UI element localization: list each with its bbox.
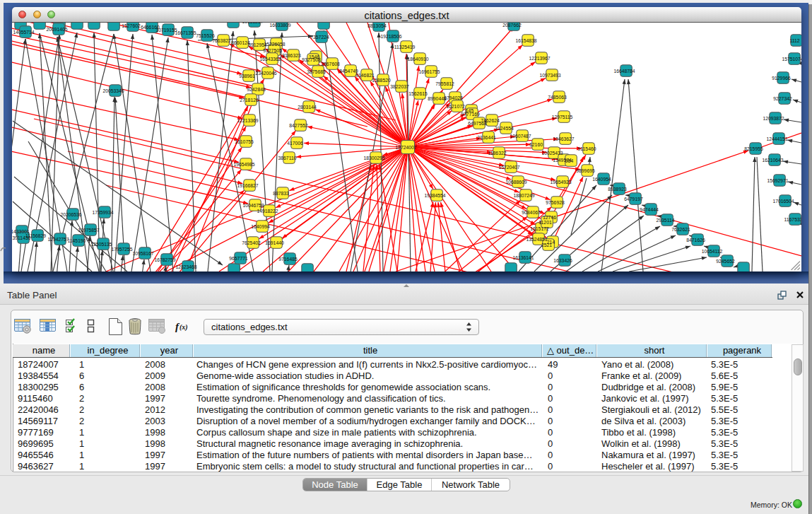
- svg-text:3822037: 3822037: [390, 84, 409, 89]
- svg-text:12975115: 12975115: [552, 115, 573, 119]
- svg-text:19218506: 19218506: [380, 34, 401, 39]
- svg-text:14055714: 14055714: [13, 30, 34, 35]
- svg-text:9242848: 9242848: [247, 87, 266, 92]
- svg-text:12213369: 12213369: [237, 118, 258, 123]
- svg-text:16136141: 16136141: [512, 255, 534, 260]
- svg-text:10719155: 10719155: [155, 28, 177, 33]
- svg-text:7515526: 7515526: [196, 33, 215, 38]
- svg-text:9657771: 9657771: [229, 256, 248, 261]
- svg-text:18724007: 18724007: [395, 145, 416, 150]
- svg-text:8813054: 8813054: [367, 23, 387, 28]
- svg-text:9327508: 9327508: [302, 57, 321, 62]
- svg-text:18807249: 18807249: [513, 193, 534, 198]
- svg-text:(x): (x): [180, 323, 188, 332]
- svg-text:15226058: 15226058: [264, 42, 285, 47]
- svg-text:7625402: 7625402: [242, 240, 261, 245]
- svg-text:1167533: 1167533: [784, 217, 801, 222]
- svg-text:8215955: 8215955: [744, 146, 763, 151]
- svg-text:17957255: 17957255: [111, 247, 132, 252]
- svg-text:13524851: 13524851: [526, 237, 547, 242]
- svg-text:8186323: 8186323: [282, 53, 301, 58]
- svg-text:16671355: 16671355: [175, 30, 196, 35]
- svg-text:2521: 2521: [541, 243, 552, 247]
- svg-text:16210643: 16210643: [762, 158, 783, 163]
- svg-text:1562615: 1562615: [408, 91, 428, 96]
- svg-text:62160: 62160: [529, 142, 543, 147]
- svg-text:10653267: 10653267: [242, 23, 263, 24]
- svg-text:12505135: 12505135: [90, 242, 112, 247]
- svg-text:17016504: 17016504: [772, 199, 794, 204]
- svg-text:20206536: 20206536: [60, 212, 81, 217]
- svg-text:1615172: 1615172: [530, 226, 549, 231]
- svg-text:1186322: 1186322: [488, 151, 507, 156]
- svg-text:2867608: 2867608: [321, 62, 340, 66]
- svg-text:16648784: 16648784: [613, 69, 635, 74]
- svg-text:16543362: 16543362: [259, 57, 281, 62]
- svg-text:2935114: 2935114: [657, 218, 675, 223]
- svg-text:10688609: 10688609: [505, 180, 526, 185]
- svg-text:6794028: 6794028: [444, 95, 463, 100]
- svg-text:12942757: 12942757: [47, 237, 69, 242]
- svg-text:417006: 417006: [287, 141, 303, 146]
- svg-text:1640994: 1640994: [251, 224, 270, 229]
- svg-text:9115460: 9115460: [578, 146, 596, 151]
- svg-text:17359934: 17359934: [92, 210, 113, 215]
- svg-text:9777169: 9777169: [461, 112, 480, 117]
- svg-text:9474444: 9474444: [640, 207, 659, 212]
- svg-text:10607487: 10607487: [510, 134, 531, 139]
- svg-text:15692971: 15692971: [767, 178, 788, 183]
- svg-text:19654985: 19654985: [233, 162, 254, 167]
- svg-text:10025433: 10025433: [541, 151, 563, 156]
- svg-text:9129966: 9129966: [772, 76, 791, 81]
- svg-text:19654923: 19654923: [550, 180, 571, 185]
- svg-text:10975857: 10975857: [78, 228, 99, 233]
- svg-text:7663822: 7663822: [212, 38, 231, 43]
- svg-text:8660124: 8660124: [231, 40, 250, 45]
- svg-text:19384554: 19384554: [424, 193, 445, 198]
- svg-text:11325419: 11325419: [394, 45, 416, 49]
- svg-text:7632621: 7632621: [671, 227, 690, 232]
- svg-text:20053346: 20053346: [102, 88, 124, 93]
- svg-text:16154838: 16154838: [515, 38, 536, 43]
- svg-text:7955812: 7955812: [435, 81, 454, 86]
- svg-text:9716485: 9716485: [278, 257, 298, 262]
- svg-text:10654112: 10654112: [702, 249, 723, 254]
- svg-text:2803144: 2803144: [298, 105, 317, 110]
- svg-text:8471626: 8471626: [686, 238, 705, 243]
- svg-text:887833: 887833: [273, 191, 289, 196]
- svg-text:7357224: 7357224: [310, 35, 329, 40]
- svg-text:10973493: 10973493: [539, 73, 560, 78]
- svg-text:9756928: 9756928: [546, 200, 565, 205]
- svg-text:3875685: 3875685: [307, 69, 326, 74]
- svg-text:1621072: 1621072: [446, 104, 465, 109]
- svg-text:1610755: 1610755: [235, 139, 254, 144]
- svg-text:2136441: 2136441: [477, 135, 496, 140]
- svg-text:8427552: 8427552: [289, 123, 308, 128]
- svg-text:19166827: 19166827: [237, 183, 258, 188]
- svg-text:8938923: 8938923: [608, 187, 627, 192]
- svg-text:9084067: 9084067: [522, 210, 541, 215]
- svg-text:7462624: 7462624: [481, 118, 500, 123]
- svg-text:16782759: 16782759: [154, 257, 175, 262]
- svg-text:12213967: 12213967: [529, 56, 550, 61]
- svg-text:18640910: 18640910: [407, 57, 428, 62]
- svg-text:9146821: 9146821: [355, 73, 375, 78]
- svg-text:1527602: 1527602: [122, 23, 141, 28]
- svg-text:1691440: 1691440: [265, 240, 284, 245]
- svg-text:9227342: 9227342: [773, 96, 792, 101]
- svg-text:3124554: 3124554: [495, 126, 514, 131]
- svg-text:12093872: 12093872: [763, 116, 784, 121]
- svg-text:16033809: 16033809: [269, 23, 290, 28]
- svg-text:9245652: 9245652: [716, 259, 735, 264]
- svg-text:10046758: 10046758: [242, 203, 264, 208]
- svg-text:2718126: 2718126: [240, 98, 259, 103]
- svg-text:12444151: 12444151: [766, 136, 787, 141]
- svg-text:9899695: 9899695: [576, 168, 595, 173]
- svg-text:11156829: 11156829: [25, 233, 46, 238]
- svg-text:2087662: 2087662: [502, 23, 522, 28]
- svg-text:23420046: 23420046: [255, 71, 276, 76]
- svg-text:3867110: 3867110: [278, 156, 297, 160]
- svg-text:1145190: 1145190: [68, 238, 86, 243]
- svg-text:1640954: 1640954: [592, 177, 611, 182]
- svg-text:7485063: 7485063: [548, 95, 567, 100]
